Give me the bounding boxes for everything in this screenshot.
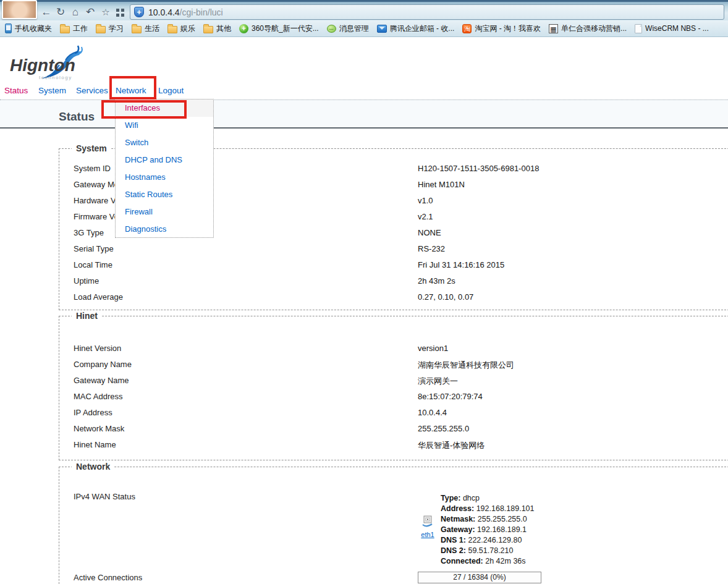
bookmark-item[interactable]: 手机收藏夹 <box>5 23 52 34</box>
info-row: Serial TypeRS-232 <box>59 241 728 257</box>
wan-detail-line: Gateway: 192.168.189.1 <box>441 525 535 535</box>
row-value: version1 <box>418 344 448 353</box>
info-row: Load Average0.27, 0.10, 0.07 <box>59 289 728 305</box>
wan-status-label: IPv4 WAN Status <box>74 492 135 501</box>
user-avatar[interactable] <box>2 0 37 19</box>
row-value: Fri Jul 31 14:16:16 2015 <box>418 260 504 269</box>
home-icon[interactable]: ⌂ <box>68 5 83 20</box>
menu-item-firewall[interactable]: Firewall <box>116 203 213 221</box>
bookmark-item[interactable]: 其他 <box>203 23 231 34</box>
bookmark-label: 消息管理 <box>339 23 369 34</box>
wan-detail-line: Connected: 2h 42m 36s <box>441 556 535 567</box>
menu-item-dhcp-and-dns[interactable]: DHCP and DNS <box>116 151 213 169</box>
bookmark-label: 淘宝网 - 淘！我喜欢 <box>475 23 541 34</box>
mail-icon <box>377 25 387 33</box>
nav-item-system[interactable]: System <box>38 86 66 95</box>
network-legend: Network <box>72 462 114 472</box>
bookmark-item[interactable]: WiseCRM NBS - ... <box>635 24 709 33</box>
eth1-link[interactable]: eth1 <box>420 531 436 538</box>
wan-detail-line: Type: dhcp <box>441 493 535 504</box>
info-row: IP Address10.0.4.4 <box>59 405 728 421</box>
folder-icon <box>167 26 177 33</box>
info-row: MAC Address8e:15:07:20:79:74 <box>59 389 728 405</box>
menu-item-diagnostics[interactable]: Diagnostics <box>116 221 213 238</box>
nav-item-status[interactable]: Status <box>4 86 28 95</box>
bookmarks-bar: 手机收藏夹 工作 学习 生活 娱乐 其他 360导航_新一代安... 消息管理 … <box>0 20 728 37</box>
row-value: 10.0.4.4 <box>418 408 447 417</box>
wan-detail-line: Address: 192.168.189.101 <box>441 504 535 514</box>
bookmark-item[interactable]: 360导航_新一代安... <box>239 23 319 34</box>
bookmark-item[interactable]: 工作 <box>60 23 88 34</box>
bookmark-label: 工作 <box>73 23 88 34</box>
network-dropdown-menu: Interfaces Wifi Switch DHCP and DNS Host… <box>115 99 214 238</box>
nav-item-services[interactable]: Services <box>76 86 108 95</box>
apps-grid-icon[interactable] <box>116 9 124 17</box>
url-path: /cgi-bin/luci <box>180 7 223 17</box>
row-value: 255.255.255.0 <box>418 424 469 433</box>
row-label: Serial Type <box>74 244 114 253</box>
row-value: RS-232 <box>418 244 445 253</box>
network-section: Network IPv4 WAN Status eth1 Type: dhcp … <box>59 467 728 584</box>
bookmark-label: WiseCRM NBS - ... <box>645 24 709 33</box>
info-row: Company Name湖南华辰智通科技有限公司 <box>59 357 728 373</box>
bookmark-item[interactable]: 腾讯企业邮箱 - 收... <box>377 23 455 34</box>
bookmark-item[interactable]: 单仁合强移动营销... <box>549 23 627 34</box>
brand-tagline: technology <box>39 75 72 80</box>
page-title: Status <box>59 110 95 124</box>
360-icon <box>239 24 248 33</box>
nav-item-logout[interactable]: Logout <box>158 86 184 95</box>
bookmark-item[interactable]: 消息管理 <box>327 23 369 34</box>
back-icon[interactable]: ← <box>39 5 54 20</box>
interface-eth1[interactable]: eth1 <box>420 515 436 538</box>
wan-details: Type: dhcp Address: 192.168.189.101 Netm… <box>441 493 535 567</box>
row-value: 演示网关一 <box>418 376 458 387</box>
row-label: Company Name <box>74 360 132 369</box>
menu-item-wifi[interactable]: Wifi <box>116 117 213 134</box>
row-value: 8e:15:07:20:79:74 <box>418 392 483 401</box>
browser-toolbar: ← ↻ ⌂ ↶ ☆ + 10.0.4.4/cgi-bin/luci <box>0 0 728 20</box>
info-row: Hinet Versionversion1 <box>59 341 728 357</box>
row-label: Hinet Version <box>74 344 121 353</box>
row-value: 华辰智通-体验网络 <box>418 440 485 451</box>
menu-item-switch[interactable]: Switch <box>116 134 213 151</box>
row-label: IP Address <box>74 408 112 417</box>
undo-icon[interactable]: ↶ <box>83 5 98 20</box>
ethernet-port-icon <box>421 515 434 528</box>
row-label: System ID <box>74 164 111 173</box>
row-value: v1.0 <box>418 196 433 205</box>
bookmark-label: 单仁合强移动营销... <box>561 23 627 34</box>
folder-icon <box>96 26 106 33</box>
bookmark-label: 其他 <box>216 23 231 34</box>
row-label: MAC Address <box>74 392 122 401</box>
shield-plus-icon[interactable]: + <box>134 7 144 17</box>
avatar-photo <box>3 1 36 18</box>
wan-detail-line: DNS 1: 222.246.129.80 <box>441 535 535 546</box>
bookmark-item[interactable]: 学习 <box>96 23 124 34</box>
taobao-icon <box>462 24 472 33</box>
star-icon[interactable]: ☆ <box>98 5 113 20</box>
row-value: H120-1507-1511-3505-6981-0018 <box>418 164 539 173</box>
bookmark-item[interactable]: 娱乐 <box>167 23 195 34</box>
info-row: Uptime2h 43m 2s <box>59 273 728 289</box>
menu-item-hostnames[interactable]: Hostnames <box>116 169 213 186</box>
page-icon <box>635 24 642 33</box>
refresh-icon[interactable]: ↻ <box>53 5 68 20</box>
highlight-box-interfaces <box>101 100 187 119</box>
folder-icon <box>132 26 142 33</box>
url-text: 10.0.4.4/cgi-bin/luci <box>148 7 223 17</box>
folder-icon <box>203 26 213 33</box>
info-row: Network Mask255.255.255.0 <box>59 421 728 437</box>
row-label: Local Time <box>74 260 112 269</box>
row-label: Gateway Name <box>74 376 129 385</box>
row-label: Hinet Name <box>74 440 116 449</box>
row-value: 2h 43m 2s <box>418 276 455 286</box>
menu-item-static-routes[interactable]: Static Routes <box>116 186 213 203</box>
url-host: 10.0.4.4 <box>148 7 180 17</box>
bookmark-label: 生活 <box>145 23 159 34</box>
bookmark-item[interactable]: 淘宝网 - 淘！我喜欢 <box>462 23 541 34</box>
bookmark-label: 腾讯企业邮箱 - 收... <box>390 23 455 34</box>
system-legend: System <box>72 143 111 153</box>
highlight-box-network <box>109 76 156 99</box>
address-bar[interactable]: + 10.0.4.4/cgi-bin/luci <box>130 4 724 20</box>
bookmark-item[interactable]: 生活 <box>132 23 159 34</box>
